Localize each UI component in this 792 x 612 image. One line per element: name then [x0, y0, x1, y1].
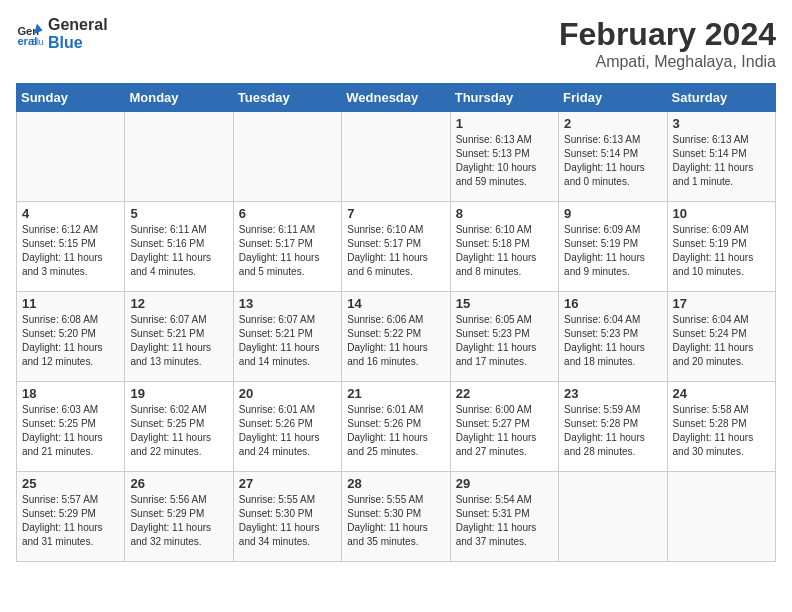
- calendar-week-row: 4Sunrise: 6:12 AMSunset: 5:15 PMDaylight…: [17, 202, 776, 292]
- day-info: Sunrise: 5:55 AMSunset: 5:30 PMDaylight:…: [347, 493, 444, 549]
- day-number: 2: [564, 116, 661, 131]
- calendar-cell: [667, 472, 775, 562]
- day-number: 12: [130, 296, 227, 311]
- day-info: Sunrise: 6:02 AMSunset: 5:25 PMDaylight:…: [130, 403, 227, 459]
- day-number: 10: [673, 206, 770, 221]
- calendar-cell: 5Sunrise: 6:11 AMSunset: 5:16 PMDaylight…: [125, 202, 233, 292]
- day-number: 25: [22, 476, 119, 491]
- day-number: 21: [347, 386, 444, 401]
- day-info: Sunrise: 6:13 AMSunset: 5:14 PMDaylight:…: [564, 133, 661, 189]
- day-number: 18: [22, 386, 119, 401]
- day-info: Sunrise: 6:13 AMSunset: 5:14 PMDaylight:…: [673, 133, 770, 189]
- day-number: 7: [347, 206, 444, 221]
- calendar-cell: 19Sunrise: 6:02 AMSunset: 5:25 PMDayligh…: [125, 382, 233, 472]
- day-header-thursday: Thursday: [450, 84, 558, 112]
- day-info: Sunrise: 6:11 AMSunset: 5:16 PMDaylight:…: [130, 223, 227, 279]
- calendar-week-row: 25Sunrise: 5:57 AMSunset: 5:29 PMDayligh…: [17, 472, 776, 562]
- calendar-cell: 26Sunrise: 5:56 AMSunset: 5:29 PMDayligh…: [125, 472, 233, 562]
- calendar-cell: 6Sunrise: 6:11 AMSunset: 5:17 PMDaylight…: [233, 202, 341, 292]
- day-info: Sunrise: 6:05 AMSunset: 5:23 PMDaylight:…: [456, 313, 553, 369]
- day-number: 5: [130, 206, 227, 221]
- day-info: Sunrise: 6:07 AMSunset: 5:21 PMDaylight:…: [239, 313, 336, 369]
- calendar-cell: 7Sunrise: 6:10 AMSunset: 5:17 PMDaylight…: [342, 202, 450, 292]
- day-number: 1: [456, 116, 553, 131]
- calendar-cell: [17, 112, 125, 202]
- day-number: 3: [673, 116, 770, 131]
- day-number: 29: [456, 476, 553, 491]
- day-info: Sunrise: 6:13 AMSunset: 5:13 PMDaylight:…: [456, 133, 553, 189]
- calendar-cell: 8Sunrise: 6:10 AMSunset: 5:18 PMDaylight…: [450, 202, 558, 292]
- day-info: Sunrise: 6:03 AMSunset: 5:25 PMDaylight:…: [22, 403, 119, 459]
- day-info: Sunrise: 5:56 AMSunset: 5:29 PMDaylight:…: [130, 493, 227, 549]
- day-info: Sunrise: 6:04 AMSunset: 5:23 PMDaylight:…: [564, 313, 661, 369]
- day-info: Sunrise: 6:09 AMSunset: 5:19 PMDaylight:…: [673, 223, 770, 279]
- calendar-cell: [559, 472, 667, 562]
- day-number: 4: [22, 206, 119, 221]
- calendar-week-row: 1Sunrise: 6:13 AMSunset: 5:13 PMDaylight…: [17, 112, 776, 202]
- day-number: 26: [130, 476, 227, 491]
- day-info: Sunrise: 6:00 AMSunset: 5:27 PMDaylight:…: [456, 403, 553, 459]
- day-number: 27: [239, 476, 336, 491]
- day-info: Sunrise: 5:57 AMSunset: 5:29 PMDaylight:…: [22, 493, 119, 549]
- calendar-cell: 28Sunrise: 5:55 AMSunset: 5:30 PMDayligh…: [342, 472, 450, 562]
- day-number: 14: [347, 296, 444, 311]
- calendar-table: SundayMondayTuesdayWednesdayThursdayFrid…: [16, 83, 776, 562]
- calendar-body: 1Sunrise: 6:13 AMSunset: 5:13 PMDaylight…: [17, 112, 776, 562]
- calendar-cell: 11Sunrise: 6:08 AMSunset: 5:20 PMDayligh…: [17, 292, 125, 382]
- calendar-cell: 22Sunrise: 6:00 AMSunset: 5:27 PMDayligh…: [450, 382, 558, 472]
- calendar-header-row: SundayMondayTuesdayWednesdayThursdayFrid…: [17, 84, 776, 112]
- calendar-cell: 17Sunrise: 6:04 AMSunset: 5:24 PMDayligh…: [667, 292, 775, 382]
- day-number: 16: [564, 296, 661, 311]
- day-number: 24: [673, 386, 770, 401]
- calendar-cell: 2Sunrise: 6:13 AMSunset: 5:14 PMDaylight…: [559, 112, 667, 202]
- svg-text:Blue: Blue: [31, 37, 44, 47]
- day-info: Sunrise: 6:01 AMSunset: 5:26 PMDaylight:…: [347, 403, 444, 459]
- calendar-cell: 18Sunrise: 6:03 AMSunset: 5:25 PMDayligh…: [17, 382, 125, 472]
- calendar-cell: 25Sunrise: 5:57 AMSunset: 5:29 PMDayligh…: [17, 472, 125, 562]
- calendar-cell: 15Sunrise: 6:05 AMSunset: 5:23 PMDayligh…: [450, 292, 558, 382]
- calendar-week-row: 11Sunrise: 6:08 AMSunset: 5:20 PMDayligh…: [17, 292, 776, 382]
- calendar-cell: 16Sunrise: 6:04 AMSunset: 5:23 PMDayligh…: [559, 292, 667, 382]
- day-info: Sunrise: 6:08 AMSunset: 5:20 PMDaylight:…: [22, 313, 119, 369]
- calendar-cell: 4Sunrise: 6:12 AMSunset: 5:15 PMDaylight…: [17, 202, 125, 292]
- day-number: 23: [564, 386, 661, 401]
- day-number: 8: [456, 206, 553, 221]
- calendar-cell: [125, 112, 233, 202]
- day-info: Sunrise: 5:55 AMSunset: 5:30 PMDaylight:…: [239, 493, 336, 549]
- day-number: 11: [22, 296, 119, 311]
- day-info: Sunrise: 6:10 AMSunset: 5:18 PMDaylight:…: [456, 223, 553, 279]
- title-area: February 2024 Ampati, Meghalaya, India: [559, 16, 776, 71]
- calendar-cell: 3Sunrise: 6:13 AMSunset: 5:14 PMDaylight…: [667, 112, 775, 202]
- calendar-cell: 14Sunrise: 6:06 AMSunset: 5:22 PMDayligh…: [342, 292, 450, 382]
- day-number: 6: [239, 206, 336, 221]
- day-info: Sunrise: 5:54 AMSunset: 5:31 PMDaylight:…: [456, 493, 553, 549]
- calendar-title: February 2024: [559, 16, 776, 53]
- day-info: Sunrise: 6:07 AMSunset: 5:21 PMDaylight:…: [130, 313, 227, 369]
- day-header-monday: Monday: [125, 84, 233, 112]
- day-number: 13: [239, 296, 336, 311]
- logo-icon: Gen eral Blue: [16, 20, 44, 48]
- logo: Gen eral Blue General Blue: [16, 16, 108, 51]
- day-header-wednesday: Wednesday: [342, 84, 450, 112]
- day-number: 17: [673, 296, 770, 311]
- day-number: 19: [130, 386, 227, 401]
- day-number: 9: [564, 206, 661, 221]
- day-info: Sunrise: 5:59 AMSunset: 5:28 PMDaylight:…: [564, 403, 661, 459]
- calendar-week-row: 18Sunrise: 6:03 AMSunset: 5:25 PMDayligh…: [17, 382, 776, 472]
- day-info: Sunrise: 5:58 AMSunset: 5:28 PMDaylight:…: [673, 403, 770, 459]
- day-header-sunday: Sunday: [17, 84, 125, 112]
- day-header-saturday: Saturday: [667, 84, 775, 112]
- day-number: 28: [347, 476, 444, 491]
- calendar-cell: 27Sunrise: 5:55 AMSunset: 5:30 PMDayligh…: [233, 472, 341, 562]
- day-number: 22: [456, 386, 553, 401]
- day-header-friday: Friday: [559, 84, 667, 112]
- calendar-cell: [233, 112, 341, 202]
- day-info: Sunrise: 6:09 AMSunset: 5:19 PMDaylight:…: [564, 223, 661, 279]
- calendar-cell: 1Sunrise: 6:13 AMSunset: 5:13 PMDaylight…: [450, 112, 558, 202]
- day-info: Sunrise: 6:04 AMSunset: 5:24 PMDaylight:…: [673, 313, 770, 369]
- day-info: Sunrise: 6:11 AMSunset: 5:17 PMDaylight:…: [239, 223, 336, 279]
- day-info: Sunrise: 6:06 AMSunset: 5:22 PMDaylight:…: [347, 313, 444, 369]
- day-info: Sunrise: 6:10 AMSunset: 5:17 PMDaylight:…: [347, 223, 444, 279]
- calendar-cell: 23Sunrise: 5:59 AMSunset: 5:28 PMDayligh…: [559, 382, 667, 472]
- day-info: Sunrise: 6:12 AMSunset: 5:15 PMDaylight:…: [22, 223, 119, 279]
